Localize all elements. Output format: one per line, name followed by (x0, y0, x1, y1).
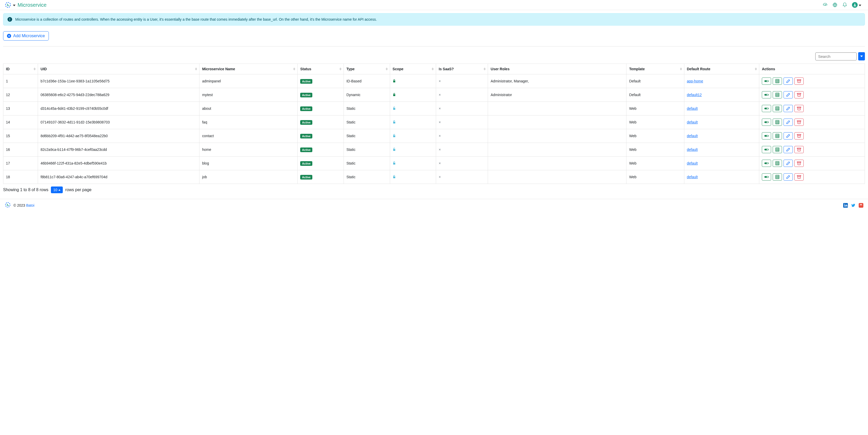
archive-button[interactable] (795, 91, 804, 98)
edit-button[interactable] (783, 119, 793, 126)
twitter-icon[interactable] (851, 203, 856, 208)
cell-template: Default (626, 88, 684, 102)
col-route[interactable]: Default Route (684, 64, 759, 74)
cell-scope (390, 157, 436, 170)
table-toolbar (3, 52, 865, 60)
archive-button[interactable] (795, 132, 804, 139)
linkedin-icon[interactable] (843, 203, 848, 208)
edit-button[interactable] (783, 132, 793, 139)
route-link[interactable]: default (687, 175, 698, 179)
cell-route: default (684, 157, 759, 170)
brand-dropdown-caret[interactable] (13, 3, 16, 7)
route-link[interactable]: default (687, 148, 698, 152)
archive-button[interactable] (795, 77, 804, 85)
archive-button[interactable] (795, 173, 804, 181)
globe-icon[interactable] (832, 2, 838, 7)
lock-icon (393, 93, 396, 97)
route-link[interactable]: default (687, 120, 698, 124)
grid-button[interactable] (773, 119, 782, 126)
cell-id: 12 (3, 88, 38, 102)
info-alert: ! Microservice is a collection of routes… (3, 13, 865, 26)
user-avatar-icon[interactable] (852, 2, 858, 8)
col-saas[interactable]: Is SaaS? (436, 64, 488, 74)
table-row: 1 b7c1d36e-153a-11ee-9383-1a1105e56d75 a… (3, 74, 865, 88)
col-template[interactable]: Template (626, 64, 684, 74)
grid-button[interactable] (773, 91, 782, 98)
toggle-status-button[interactable] (762, 105, 771, 112)
svg-rect-32 (765, 176, 769, 178)
cell-saas: × (436, 74, 488, 88)
col-id[interactable]: ID (3, 64, 38, 74)
toggle-status-button[interactable] (762, 173, 771, 181)
route-link[interactable]: default (687, 106, 698, 111)
grid-button[interactable] (773, 173, 782, 181)
table-row: 16 82c2a9ca-b114-47f9-96b7-4cef0aa23cdd … (3, 143, 865, 157)
bell-icon[interactable] (842, 2, 847, 7)
cell-roles (488, 157, 626, 170)
unlock-icon (393, 134, 396, 138)
dashboard-icon[interactable] (823, 2, 828, 7)
edit-button[interactable] (783, 105, 793, 112)
search-input[interactable] (815, 53, 857, 60)
edit-button[interactable] (783, 173, 793, 181)
edit-button[interactable] (783, 91, 793, 98)
grid-button[interactable] (773, 77, 782, 85)
grid-button[interactable] (773, 160, 782, 167)
col-roles[interactable]: User Roles (488, 64, 626, 74)
brand-logo-icon[interactable] (5, 2, 11, 8)
cell-id: 18 (3, 170, 38, 184)
edit-button[interactable] (783, 160, 793, 167)
col-status[interactable]: Status (298, 64, 344, 74)
cell-status: Active (298, 102, 344, 116)
toolbar-dropdown-button[interactable] (858, 52, 865, 60)
add-microservice-button[interactable]: + Add Microservice (3, 31, 49, 40)
grid-button[interactable] (773, 146, 782, 153)
toggle-status-button[interactable] (762, 160, 771, 167)
archive-button[interactable] (795, 160, 804, 167)
toggle-status-button[interactable] (762, 146, 771, 153)
cell-name: home (199, 143, 298, 157)
footer-brand-link[interactable]: Batoi (26, 203, 34, 208)
col-name[interactable]: Microservice Name (199, 64, 298, 74)
unlock-icon (393, 161, 396, 165)
grid-button[interactable] (773, 132, 782, 139)
edit-button[interactable] (783, 146, 793, 153)
cell-uid: 07149107-3632-4d11-91d2-15e3b9808703 (38, 116, 199, 129)
user-dropdown-caret[interactable] (859, 3, 861, 7)
toggle-status-button[interactable] (762, 91, 771, 98)
lock-icon (393, 79, 396, 84)
route-link[interactable]: default (687, 134, 698, 138)
col-uid[interactable]: UID (38, 64, 199, 74)
cell-saas: × (436, 116, 488, 129)
cell-type: Dynamic (344, 88, 390, 102)
status-badge: Active (300, 106, 312, 111)
mastodon-icon[interactable] (859, 203, 863, 208)
pagination-info: Showing 1 to 8 of 8 rows 10 rows per pag… (3, 184, 865, 196)
archive-button[interactable] (795, 119, 804, 126)
grid-button[interactable] (773, 105, 782, 112)
cell-roles (488, 143, 626, 157)
archive-button[interactable] (795, 146, 804, 153)
toggle-status-button[interactable] (762, 77, 771, 85)
route-link[interactable]: default12 (687, 93, 702, 97)
status-badge: Active (300, 93, 312, 97)
status-badge: Active (300, 134, 312, 138)
toggle-status-button[interactable] (762, 119, 771, 126)
col-type[interactable]: Type (344, 64, 390, 74)
col-scope[interactable]: Scope (390, 64, 436, 74)
svg-rect-6 (776, 79, 779, 83)
cell-type: Static (344, 116, 390, 129)
route-link[interactable]: default (687, 161, 698, 165)
cell-status: Active (298, 116, 344, 129)
archive-button[interactable] (795, 105, 804, 112)
svg-rect-35 (797, 176, 801, 176)
svg-rect-19 (797, 121, 801, 121)
toggle-status-button[interactable] (762, 132, 771, 139)
col-actions: Actions (759, 64, 865, 74)
status-badge: Active (300, 120, 312, 125)
rows-per-page-select[interactable]: 10 (51, 187, 63, 193)
route-link[interactable]: app-home (687, 79, 703, 83)
edit-button[interactable] (783, 77, 793, 85)
x-icon: × (439, 106, 441, 111)
svg-rect-24 (765, 149, 769, 150)
